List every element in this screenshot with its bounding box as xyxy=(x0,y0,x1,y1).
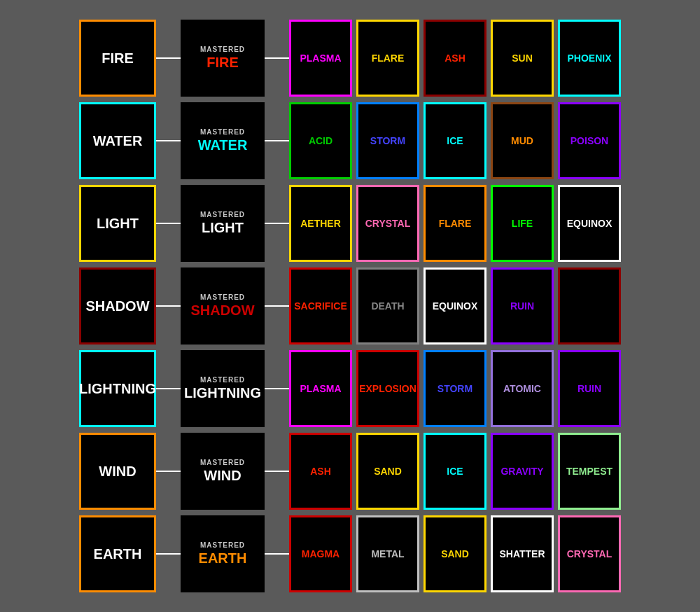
fire-derived-label-1: FLARE xyxy=(372,53,405,64)
wind-derived-4[interactable]: TEMPEST xyxy=(558,433,621,510)
lightning-connector-1 xyxy=(156,388,181,389)
lightning-mastered-sublabel: MASTERED xyxy=(200,376,245,384)
shadow-base-box[interactable]: SHADOW xyxy=(79,267,156,345)
lightning-derived-label-4: RUIN xyxy=(578,383,601,394)
light-derived-1[interactable]: CRYSTAL xyxy=(356,185,419,262)
fire-derived-label-2: ASH xyxy=(444,53,465,64)
wind-derived-boxes: ASHSANDICEGRAVITYTEMPEST xyxy=(289,433,621,510)
fire-derived-1[interactable]: FLARE xyxy=(356,20,419,97)
light-mastered-mainlabel: LIGHT xyxy=(202,220,244,236)
shadow-derived-label-2: EQUINOX xyxy=(433,300,478,312)
wind-derived-0[interactable]: ASH xyxy=(289,433,352,510)
lightning-derived-1[interactable]: EXPLOSION xyxy=(356,350,419,427)
shadow-derived-3[interactable]: RUIN xyxy=(491,267,554,345)
light-derived-0[interactable]: AETHER xyxy=(289,185,352,262)
shadow-derived-4[interactable] xyxy=(558,267,621,345)
light-base-box[interactable]: LIGHT xyxy=(79,185,156,262)
water-derived-3[interactable]: MUD xyxy=(491,102,554,179)
earth-derived-boxes: MAGMAMETALSANDSHATTERCRYSTAL xyxy=(289,515,621,592)
wind-derived-1[interactable]: SAND xyxy=(356,433,419,510)
lightning-derived-3[interactable]: ATOMIC xyxy=(491,350,554,427)
water-base-box[interactable]: WATER xyxy=(79,102,156,179)
water-derived-boxes: ACIDSTORMICEMUDPOISON xyxy=(289,102,621,179)
shadow-connector-2 xyxy=(265,305,289,307)
wind-mastered-sublabel: MASTERED xyxy=(200,459,245,466)
earth-mastered-box[interactable]: MASTEREDEARTH xyxy=(181,515,265,592)
light-derived-3[interactable]: LIFE xyxy=(491,185,554,262)
fire-derived-0[interactable]: PLASMA xyxy=(289,20,352,97)
light-derived-label-0: AETHER xyxy=(300,218,341,229)
earth-derived-label-2: SAND xyxy=(441,548,469,559)
lightning-mastered-box[interactable]: MASTEREDLIGHTNING xyxy=(181,350,265,427)
light-derived-label-3: LIFE xyxy=(512,218,533,229)
earth-derived-3[interactable]: SHATTER xyxy=(491,515,554,592)
fire-connector-1 xyxy=(156,57,181,59)
row-shadow: SHADOWMASTEREDSHADOWSACRIFICEDEATHEQUINO… xyxy=(79,267,621,345)
shadow-derived-label-1: DEATH xyxy=(371,300,404,312)
light-connector-1 xyxy=(156,223,181,224)
fire-connector-2 xyxy=(265,57,289,59)
shadow-mastered-box[interactable]: MASTEREDSHADOW xyxy=(181,267,265,345)
fire-derived-3[interactable]: SUN xyxy=(491,20,554,97)
light-mastered-box[interactable]: MASTEREDLIGHT xyxy=(181,185,265,262)
wind-derived-3[interactable]: GRAVITY xyxy=(491,433,554,510)
water-derived-label-3: MUD xyxy=(511,135,533,146)
earth-derived-1[interactable]: METAL xyxy=(356,515,419,592)
water-mastered-box[interactable]: MASTEREDWATER xyxy=(181,102,265,179)
shadow-derived-label-0: SACRIFICE xyxy=(294,300,346,312)
shadow-derived-0[interactable]: SACRIFICE xyxy=(289,267,352,345)
wind-derived-2[interactable]: ICE xyxy=(424,433,486,510)
shadow-derived-1[interactable]: DEATH xyxy=(356,267,419,345)
lightning-connector-2 xyxy=(265,388,289,389)
light-derived-label-4: EQUINOX xyxy=(567,218,612,229)
water-connector-1 xyxy=(156,140,181,141)
fire-derived-4[interactable]: PHOENIX xyxy=(558,20,621,97)
water-derived-1[interactable]: STORM xyxy=(356,102,419,179)
lightning-base-label: LIGHTNING xyxy=(79,381,156,397)
shadow-derived-boxes: SACRIFICEDEATHEQUINOXRUIN xyxy=(289,267,621,345)
lightning-derived-label-3: ATOMIC xyxy=(503,383,541,394)
wind-base-label: WIND xyxy=(99,464,136,480)
earth-base-box[interactable]: EARTH xyxy=(79,515,156,592)
water-derived-label-0: ACID xyxy=(309,135,332,146)
light-derived-4[interactable]: EQUINOX xyxy=(558,185,621,262)
fire-base-label: FIRE xyxy=(102,50,134,67)
light-derived-2[interactable]: FLARE xyxy=(424,185,486,262)
row-water: WATERMASTEREDWATERACIDSTORMICEMUDPOISON xyxy=(79,102,621,179)
fire-derived-2[interactable]: ASH xyxy=(424,20,486,97)
fire-base-box[interactable]: FIRE xyxy=(79,20,156,97)
wind-connector-2 xyxy=(265,471,289,472)
shadow-connector-1 xyxy=(156,305,181,307)
lightning-derived-0[interactable]: PLASMA xyxy=(289,350,352,427)
fire-derived-boxes: PLASMAFLAREASHSUNPHOENIX xyxy=(289,20,621,97)
light-mastered-sublabel: MASTERED xyxy=(200,211,245,218)
shadow-mastered-sublabel: MASTERED xyxy=(200,293,245,301)
water-mastered-sublabel: MASTERED xyxy=(200,128,245,136)
wind-derived-label-4: TEMPEST xyxy=(566,466,612,477)
water-derived-label-4: POISON xyxy=(570,135,608,146)
light-base-label: LIGHT xyxy=(97,216,139,232)
earth-base-label: EARTH xyxy=(94,546,142,562)
wind-derived-label-3: GRAVITY xyxy=(500,466,543,477)
earth-derived-0[interactable]: MAGMA xyxy=(289,515,352,592)
wind-mastered-box[interactable]: MASTEREDWIND xyxy=(181,433,265,510)
shadow-derived-2[interactable]: EQUINOX xyxy=(424,267,486,345)
water-derived-label-2: ICE xyxy=(447,135,463,146)
wind-base-box[interactable]: WIND xyxy=(79,433,156,510)
water-derived-2[interactable]: ICE xyxy=(424,102,486,179)
lightning-base-box[interactable]: LIGHTNING xyxy=(79,350,156,427)
wind-mastered-mainlabel: WIND xyxy=(204,468,241,484)
fire-derived-label-0: PLASMA xyxy=(300,53,341,64)
row-light: LIGHTMASTEREDLIGHTAETHERCRYSTALFLARELIFE… xyxy=(79,185,621,262)
water-derived-0[interactable]: ACID xyxy=(289,102,352,179)
lightning-derived-4[interactable]: RUIN xyxy=(558,350,621,427)
fire-mastered-box[interactable]: MASTEREDFIRE xyxy=(181,20,265,97)
lightning-derived-2[interactable]: STORM xyxy=(424,350,486,427)
water-derived-4[interactable]: POISON xyxy=(558,102,621,179)
lightning-derived-boxes: PLASMAEXPLOSIONSTORMATOMICRUIN xyxy=(289,350,621,427)
earth-derived-4[interactable]: CRYSTAL xyxy=(558,515,621,592)
light-connector-2 xyxy=(265,223,289,224)
earth-derived-2[interactable]: SAND xyxy=(424,515,486,592)
fire-mastered-mainlabel: FIRE xyxy=(206,55,239,71)
shadow-mastered-mainlabel: SHADOW xyxy=(190,302,254,319)
